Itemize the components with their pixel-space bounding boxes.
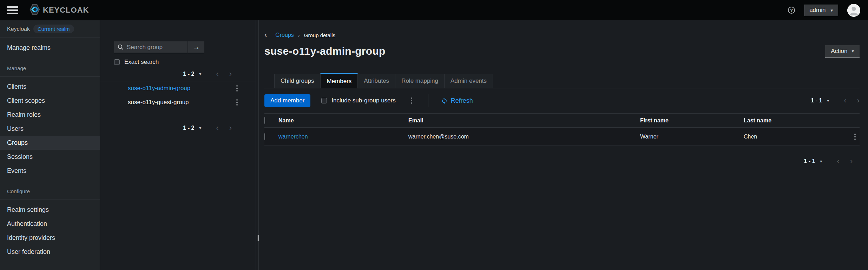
member-username-link[interactable]: warnerchen: [278, 134, 408, 140]
sidebar-item-identity-providers[interactable]: Identity providers: [0, 231, 100, 245]
chevron-right-icon[interactable]: ›: [229, 124, 232, 132]
row-checkbox[interactable]: [264, 133, 265, 140]
user-dropdown[interactable]: admin ▾: [804, 5, 838, 16]
sidebar-item-client-scopes[interactable]: Client scopes: [0, 94, 100, 108]
page-title: suse-o11y-admin-group: [264, 45, 386, 57]
panel-resize-splitter[interactable]: [256, 20, 259, 270]
kebab-menu-icon[interactable]: [852, 133, 858, 140]
column-header-last-name: Last name: [744, 117, 849, 124]
realm-switcher[interactable]: Keycloak Current realm: [0, 20, 100, 38]
group-link[interactable]: suse-o11y-admin-group: [128, 85, 234, 92]
chevron-right-icon[interactable]: ›: [857, 97, 860, 104]
refresh-label: Refresh: [451, 97, 473, 104]
groups-tree-panel: → Exact search 1 - 2 ▾ ‹ › s: [100, 20, 256, 270]
keycloak-logo-icon: [29, 3, 41, 18]
group-search-input-wrap: [114, 41, 188, 53]
chevron-down-icon: ▾: [830, 8, 833, 13]
member-last-name: Chen: [744, 134, 849, 140]
tab-role-mapping[interactable]: Role mapping: [395, 74, 445, 88]
breadcrumb-current: Group details: [304, 32, 335, 38]
members-pagination-bottom: 1 - 1 ▾ ‹ ›: [264, 157, 860, 165]
sidebar-item-authentication[interactable]: Authentication: [0, 217, 100, 231]
divider: [428, 94, 428, 107]
pagination-range: 1 - 2: [183, 125, 194, 131]
tab-attributes[interactable]: Attributes: [358, 74, 395, 88]
chevron-down-icon[interactable]: ▾: [199, 126, 201, 130]
groups-pagination-top: 1 - 2 ▾ ‹ ›: [114, 70, 247, 78]
breadcrumb-link-groups[interactable]: Groups: [275, 32, 294, 38]
chevron-left-icon[interactable]: ‹: [216, 70, 218, 78]
arrow-right-icon: →: [193, 43, 200, 51]
divider: [0, 200, 100, 200]
refresh-icon: [441, 97, 448, 104]
tab-admin-events[interactable]: Admin events: [445, 74, 493, 88]
sidebar-item-realm-roles[interactable]: Realm roles: [0, 108, 100, 122]
chevron-down-icon[interactable]: ▾: [827, 98, 829, 103]
masthead: KEYCLOAK ? admin ▾: [0, 0, 868, 20]
drag-handle-icon[interactable]: [256, 235, 259, 241]
add-member-button[interactable]: Add member: [264, 94, 310, 107]
tab-members[interactable]: Members: [320, 73, 358, 88]
chevron-right-icon[interactable]: ›: [850, 157, 853, 165]
exact-search-label: Exact search: [124, 59, 159, 66]
refresh-button[interactable]: Refresh: [441, 97, 473, 104]
breadcrumb: ‹ Groups › Group details: [264, 32, 860, 38]
exact-search-checkbox[interactable]: [114, 59, 120, 65]
groups-pagination-bottom: 1 - 2 ▾ ‹ ›: [100, 124, 256, 132]
sidebar-item-groups[interactable]: Groups: [0, 136, 100, 150]
sidebar-section-manage: Manage: [0, 65, 100, 72]
breadcrumb-back-icon[interactable]: ‹: [264, 32, 267, 38]
sidebar-item-user-federation[interactable]: User federation: [0, 245, 100, 259]
select-all-checkbox[interactable]: [264, 117, 265, 124]
avatar[interactable]: [847, 4, 860, 17]
column-header-email: Email: [408, 117, 640, 124]
members-table: Name Email First name Last name warnerch…: [264, 113, 860, 146]
group-search-input[interactable]: [127, 44, 185, 51]
group-details-main: ‹ Groups › Group details suse-o11y-admin…: [259, 20, 868, 270]
brand-wordmark: KEYCLOAK: [43, 6, 89, 15]
sidebar-item-events[interactable]: Events: [0, 164, 100, 178]
kebab-menu-icon[interactable]: [234, 85, 240, 92]
sidebar-item-realm-settings[interactable]: Realm settings: [0, 203, 100, 217]
sidebar: Keycloak Current realm Manage realms Man…: [0, 20, 100, 270]
chevron-left-icon[interactable]: ‹: [216, 124, 218, 132]
table-header-row: Name Email First name Last name: [264, 114, 860, 128]
sidebar-item-sessions[interactable]: Sessions: [0, 150, 100, 164]
kebab-menu-icon[interactable]: [408, 97, 415, 104]
sidebar-item-manage-realms[interactable]: Manage realms: [0, 41, 100, 55]
pagination-range: 1 - 2: [183, 71, 194, 77]
members-pagination-top: 1 - 1 ▾ ‹ ›: [811, 97, 860, 104]
members-toolbar: Add member Include sub-group users Refre…: [264, 92, 860, 109]
sidebar-item-users[interactable]: Users: [0, 122, 100, 136]
group-list-item[interactable]: suse-o11y-guest-group: [100, 95, 256, 109]
realm-name: Keycloak: [7, 26, 30, 32]
chevron-down-icon[interactable]: ▾: [820, 159, 822, 164]
chevron-right-icon[interactable]: ›: [229, 70, 232, 78]
chevron-down-icon[interactable]: ▾: [199, 72, 201, 76]
divider: [0, 76, 100, 77]
pagination-range: 1 - 1: [804, 158, 815, 164]
current-realm-badge[interactable]: Current realm: [33, 25, 74, 33]
sidebar-item-clients[interactable]: Clients: [0, 80, 100, 94]
username: admin: [809, 7, 826, 14]
group-link[interactable]: suse-o11y-guest-group: [128, 99, 234, 106]
chevron-left-icon[interactable]: ‹: [844, 97, 846, 104]
help-icon[interactable]: ?: [788, 7, 795, 14]
kebab-menu-icon[interactable]: [234, 99, 240, 106]
sidebar-section-configure: Configure: [0, 188, 100, 195]
chevron-left-icon[interactable]: ‹: [837, 157, 839, 165]
tab-child-groups[interactable]: Child groups: [274, 74, 320, 88]
breadcrumb-separator-icon: ›: [298, 32, 300, 38]
keycloak-admin-console: KEYCLOAK ? admin ▾ Keycloak Current real…: [0, 0, 868, 270]
chevron-down-icon: ▾: [851, 49, 854, 53]
search-submit-button[interactable]: →: [188, 41, 204, 53]
search-icon: [118, 44, 124, 50]
keycloak-logo[interactable]: KEYCLOAK: [29, 3, 89, 18]
include-subgroups-label: Include sub-group users: [331, 97, 395, 104]
group-list-item[interactable]: suse-o11y-admin-group: [100, 81, 256, 95]
include-subgroups-checkbox[interactable]: [321, 98, 327, 103]
group-detail-tabs: Child groups Members Attributes Role map…: [264, 74, 860, 88]
member-first-name: Warner: [640, 134, 744, 140]
action-dropdown-button[interactable]: Action ▾: [825, 45, 860, 58]
hamburger-menu-icon[interactable]: [7, 6, 18, 14]
